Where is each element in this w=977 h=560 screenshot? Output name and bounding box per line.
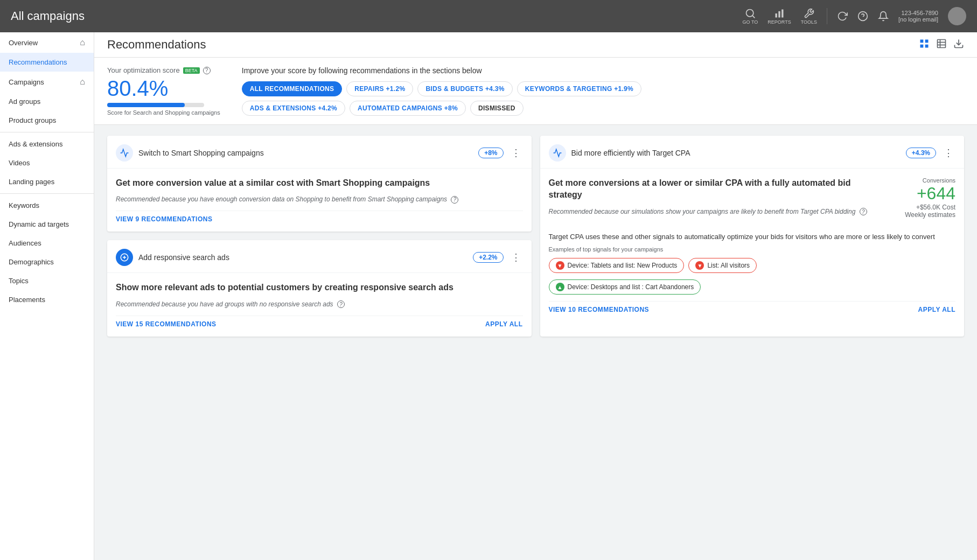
stats-sub: +$56.0K Cost <box>891 204 955 211</box>
sidebar-item-landing-pages[interactable]: Landing pages <box>0 172 94 191</box>
score-right: Improve your score by following recommen… <box>242 66 964 116</box>
card3-main: Get more conversions at a lower or simil… <box>549 177 883 223</box>
sidebar-divider-2 <box>0 193 94 194</box>
user-info: 123-456-7890 [no login email] <box>898 10 938 23</box>
sidebar-item-dynamic-ad-targets[interactable]: Dynamic ad targets <box>0 215 94 234</box>
card3-view-link[interactable]: VIEW 10 RECOMMENDATIONS <box>549 306 650 313</box>
help-icon[interactable] <box>857 11 868 22</box>
stats-value: +644 <box>891 184 955 204</box>
tools-icon[interactable]: TOOLS <box>801 8 817 25</box>
grid-view-icon[interactable] <box>919 38 930 52</box>
content-area: Switch to Smart Shopping campaigns +8% ⋮… <box>94 125 977 347</box>
score-help-icon[interactable]: ? <box>203 67 211 74</box>
card2-menu[interactable]: ⋮ <box>509 251 523 263</box>
card3-header: Bid more efficiently with Target CPA +4.… <box>540 136 965 169</box>
card-target-cpa: Bid more efficiently with Target CPA +4.… <box>540 136 965 337</box>
card2-title: Add responsive search ads <box>138 253 467 262</box>
stats-note: Weekly estimates <box>891 211 955 219</box>
home-icon-campaigns: ⌂ <box>80 77 85 87</box>
sidebar-item-campaigns[interactable]: Campaigns ⌂ <box>0 72 94 92</box>
score-label: Your optimization score BETA ? <box>107 66 220 74</box>
card1-badge: +8% <box>478 148 503 158</box>
chip-arrow-down-2: ▼ <box>695 261 704 270</box>
card1-menu[interactable]: ⋮ <box>509 147 523 159</box>
table-view-icon[interactable] <box>936 38 947 52</box>
filter-ads-extensions[interactable]: ADS & EXTENSIONS +4.2% <box>242 101 345 116</box>
score-bar <box>107 103 185 107</box>
sidebar-item-product-groups[interactable]: Product groups <box>0 111 94 130</box>
card3-body: Get more conversions at a lower or simil… <box>540 169 965 232</box>
avatar[interactable] <box>948 7 966 25</box>
signals-sub: Examples of top signals for your campaig… <box>549 246 956 253</box>
sidebar-item-recommendations[interactable]: Recommendations <box>0 53 94 72</box>
filter-automated-campaigns[interactable]: AUTOMATED CAMPAIGNS +8% <box>350 101 466 116</box>
card2-headline: Show more relevant ads to potential cust… <box>116 282 523 293</box>
card2-help-icon[interactable]: ? <box>337 300 345 308</box>
card1-actions: VIEW 9 RECOMMENDATIONS <box>116 211 523 223</box>
sidebar-item-overview[interactable]: Overview ⌂ <box>0 32 94 53</box>
filter-bids-budgets[interactable]: BIDS & BUDGETS +4.3% <box>417 81 512 96</box>
card3-menu[interactable]: ⋮ <box>941 147 955 159</box>
sidebar-item-demographics[interactable]: Demographics <box>0 253 94 271</box>
sidebar-item-topics[interactable]: Topics <box>0 271 94 290</box>
svg-line-1 <box>752 16 755 18</box>
card1-body: Get more conversion value at a similar c… <box>107 169 532 232</box>
home-icon: ⌂ <box>80 38 85 47</box>
card2-badge: +2.2% <box>473 252 503 263</box>
refresh-icon[interactable] <box>837 11 848 22</box>
card2-header: Add responsive search ads +2.2% ⋮ <box>107 240 532 273</box>
svg-rect-2 <box>775 13 777 18</box>
download-icon[interactable] <box>953 38 964 52</box>
goto-icon[interactable]: GO TO <box>743 8 758 25</box>
top-nav-right: GO TO REPORTS TOOLS 123-456-7890 [no log… <box>743 7 966 25</box>
notifications-icon[interactable] <box>878 11 889 22</box>
card3-badge: +4.3% <box>906 148 936 158</box>
sidebar-item-keywords[interactable]: Keywords <box>0 196 94 215</box>
filter-all[interactable]: ALL RECOMMENDATIONS <box>242 81 343 96</box>
svg-rect-10 <box>925 44 929 47</box>
sidebar: Overview ⌂ Recommendations Campaigns ⌂ A… <box>0 32 94 560</box>
page-title: Recommendations <box>107 38 206 52</box>
page-title-nav: All campaigns <box>11 9 85 23</box>
svg-rect-4 <box>781 9 783 17</box>
card1-view-link[interactable]: VIEW 9 RECOMMENDATIONS <box>116 215 212 223</box>
sidebar-item-placements[interactable]: Placements <box>0 290 94 309</box>
beta-badge: BETA <box>183 67 200 74</box>
card-smart-shopping: Switch to Smart Shopping campaigns +8% ⋮… <box>107 136 532 232</box>
card1-description: Recommended because you have enough conv… <box>116 194 523 204</box>
reports-icon[interactable]: REPORTS <box>767 8 791 25</box>
sidebar-item-audiences[interactable]: Audiences <box>0 234 94 253</box>
sidebar-item-videos[interactable]: Videos <box>0 153 94 172</box>
filter-dismissed[interactable]: DISMISSED <box>470 101 524 116</box>
card3-stats: Conversions +644 +$56.0K Cost Weekly est… <box>891 177 955 223</box>
filter-repairs[interactable]: REPAIRS +1.2% <box>346 81 413 96</box>
card3-icon <box>549 144 566 162</box>
card3-help-icon[interactable]: ? <box>860 208 867 215</box>
card2-view-link[interactable]: VIEW 15 RECOMMENDATIONS <box>116 320 217 328</box>
sidebar-item-ad-groups[interactable]: Ad groups <box>0 92 94 111</box>
signal-chip-3: ▲ Device: Desktops and list : Cart Aband… <box>549 279 701 295</box>
signals-info: Target CPA uses these and other signals … <box>549 232 956 242</box>
stats-label: Conversions <box>891 177 955 184</box>
card2-description: Recommended because you have ad groups w… <box>116 299 523 309</box>
score-left: Your optimization score BETA ? 80.4% Sco… <box>107 66 220 116</box>
chip-arrow-down-1: ▼ <box>556 261 564 270</box>
filter-keywords-targeting[interactable]: KEYWORDS & TARGETING +1.9% <box>517 81 641 96</box>
card2-apply-link[interactable]: APPLY ALL <box>485 320 522 328</box>
card3-headline: Get more conversions at a lower or simil… <box>549 177 883 201</box>
card1-title: Switch to Smart Shopping campaigns <box>138 149 473 157</box>
svg-rect-8 <box>925 39 929 43</box>
card1-help-icon[interactable]: ? <box>451 196 458 204</box>
card3-apply-link[interactable]: APPLY ALL <box>918 306 955 313</box>
layout: Overview ⌂ Recommendations Campaigns ⌂ A… <box>0 32 977 560</box>
card1-headline: Get more conversion value at a similar c… <box>116 177 523 189</box>
card3-right-body: Get more conversions at a lower or simil… <box>549 177 956 223</box>
score-sub: Score for Search and Shopping campaigns <box>107 109 220 116</box>
header-actions <box>919 38 964 52</box>
svg-rect-11 <box>938 39 946 47</box>
card1-icon <box>116 144 133 162</box>
card2-body: Show more relevant ads to potential cust… <box>107 273 532 336</box>
sidebar-divider-1 <box>0 132 94 132</box>
sidebar-item-ads-extensions[interactable]: Ads & extensions <box>0 135 94 153</box>
signal-chips-row2: ▲ Device: Desktops and list : Cart Aband… <box>549 279 956 295</box>
